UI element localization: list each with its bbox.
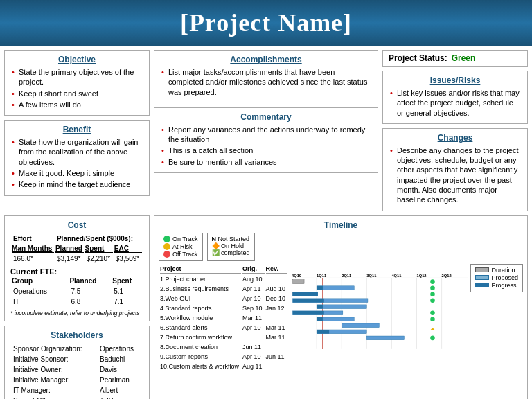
svg-rect-39 [366, 336, 404, 340]
project-name-5: 6.Standard alerts [160, 323, 241, 332]
gantt-svg: 4Q10 1Q11 2Q11 3Q11 4Q11 1Q12 2Q12 [292, 264, 468, 357]
accomplishments-panel: Accomplishments List major tasks/accompl… [154, 50, 378, 103]
changes-title: Changes [389, 133, 522, 143]
gantt-legend: Duration Proposed Progress [470, 264, 523, 292]
project-rev-6: Mar 11 [266, 333, 288, 342]
benefit-panel: Benefit State how the organization will … [4, 120, 150, 195]
cost-eac: $3,509* [114, 254, 142, 263]
fte-ops-spent: 5.1 [112, 287, 142, 296]
col-project: Project [160, 265, 241, 274]
commentary-list: Report any variances and the actions und… [160, 125, 372, 167]
project-name-6: 7.Return confirm workflow [160, 333, 241, 342]
svg-rect-37 [317, 330, 329, 334]
stakeholder-row-2: Initiative Owner: Davis [12, 365, 142, 374]
svg-text:2Q12: 2Q12 [442, 274, 452, 278]
project-orig-5: Apr 10 [242, 323, 265, 332]
fte-table: Group Planned Spent Operations 7.5 5.1 I… [10, 276, 143, 308]
stakeholder-row-3: Initiative Manager: Pearlman [12, 375, 142, 384]
commentary-panel: Commentary Report any variances and the … [154, 107, 378, 173]
duration-legend-item: Duration [475, 267, 518, 274]
cost-table: Effort Planned/Spent ($000s): Man Months… [10, 233, 143, 265]
fte-col-group: Group [12, 277, 68, 285]
track-legend: On Track At Risk Off Track [159, 233, 203, 261]
svg-point-40 [430, 335, 435, 340]
project-orig-8: Apr 10 [242, 353, 265, 361]
project-orig-2: Apr 10 [242, 294, 265, 303]
issues-risks-panel: Issues/Risks List key issues and/or risk… [382, 71, 528, 124]
project-rev-8: Jun 11 [266, 353, 288, 361]
fte-row-it: IT 6.8 7.1 [12, 297, 142, 306]
at-risk-dot [163, 243, 170, 250]
project-name-2: 3.Web GUI [160, 294, 241, 303]
changes-list: Describe any changes to the project obje… [389, 145, 522, 205]
project-rev-3: Jan 12 [266, 304, 288, 312]
project-orig-6 [242, 333, 265, 342]
project-row-1: 2.Business requirements Apr 11 Aug 10 [160, 285, 287, 293]
at-risk-label: At Risk [172, 243, 193, 250]
svg-point-16 [430, 279, 435, 284]
project-name-3: 4.Standard reports [160, 304, 241, 312]
accomplishments-item-1: List major tasks/accomplishments that ha… [160, 67, 372, 97]
stakeholder-val-5: TBD [98, 396, 142, 399]
svg-text:2Q11: 2Q11 [342, 274, 352, 278]
center-col: Accomplishments List major tasks/accompl… [154, 50, 378, 211]
col-planned: Planned [55, 245, 84, 253]
off-track-dot [163, 251, 170, 258]
commentary-item-2: This is a catch all section [160, 145, 372, 155]
benefit-list: State how the organization will gain fro… [10, 137, 143, 189]
project-row-4: 5.Workflow module Mar 11 [160, 314, 287, 322]
svg-marker-38 [430, 328, 435, 330]
fte-section: Current FTE: Group Planned Spent Operati… [10, 267, 143, 317]
svg-text:4Q11: 4Q11 [392, 274, 402, 278]
col-eac: EAC [114, 245, 142, 253]
stakeholder-label-5: Project Office: [12, 396, 97, 399]
project-row-6: 7.Return confirm workflow Mar 11 [160, 333, 287, 342]
project-orig-0: Aug 10 [242, 275, 265, 283]
fte-it-group: IT [12, 297, 68, 306]
left-col: Objective State the primary objectives o… [4, 50, 150, 211]
project-row-5: 6.Standard alerts Apr 10 Mar 11 [160, 323, 287, 332]
stakeholder-label-0: Sponsor Organization: [12, 344, 97, 353]
stakeholder-val-0: Operations [98, 344, 142, 353]
stakeholder-val-2: Davis [98, 365, 142, 374]
commentary-title: Commentary [160, 112, 372, 122]
project-orig-1: Apr 11 [242, 285, 265, 293]
stakeholder-row-5: Project Office: TBD [12, 396, 142, 399]
svg-rect-35 [342, 323, 379, 328]
project-orig-7: Jun 11 [242, 343, 265, 351]
svg-point-31 [430, 310, 435, 315]
project-rev-0 [266, 275, 288, 283]
stakeholder-val-3: Pearlman [98, 375, 142, 384]
svg-rect-22 [293, 292, 318, 296]
changes-item-1: Describe any changes to the project obje… [389, 145, 522, 205]
cost-planned: $3,149* [55, 254, 84, 263]
cost-title: Cost [10, 220, 143, 230]
stakeholder-label-3: Initiative Manager: [12, 375, 97, 384]
cost-note: * incomplete estimate, refer to underlyi… [10, 310, 143, 317]
project-name-0: 1.Project charter [160, 275, 241, 283]
svg-rect-18 [317, 285, 323, 290]
fte-ops-planned: 7.5 [69, 287, 111, 296]
timeline-panel: Timeline On Track At Risk Off Track N No… [154, 215, 528, 399]
started-legend: N Not Started 🔶 On Hold ✅ completed [207, 233, 255, 261]
fte-title: Current FTE: [10, 267, 143, 276]
commentary-item-1: Report any variances and the actions und… [160, 125, 372, 145]
project-status-value: Green [452, 53, 476, 63]
svg-rect-28 [317, 305, 323, 309]
stakeholder-label-4: IT Manager: [12, 386, 97, 395]
issues-risks-list: List key issues and/or risks that may af… [389, 88, 522, 118]
progress-bar [475, 283, 489, 287]
accomplishments-title: Accomplishments [160, 55, 372, 64]
not-started-item: N Not Started [212, 236, 250, 242]
on-track-label: On Track [172, 236, 198, 242]
svg-point-34 [430, 317, 435, 321]
fte-row-ops: Operations 7.5 5.1 [12, 287, 142, 296]
stakeholder-row-4: IT Manager: Albert [12, 386, 142, 395]
project-row-0: 1.Project charter Aug 10 [160, 275, 287, 283]
proposed-legend-item: Proposed [475, 274, 518, 281]
project-rev-5: Mar 11 [266, 323, 288, 332]
svg-point-26 [430, 298, 435, 303]
project-list: Project Orig. Rev. 1.Project charter Aug… [159, 264, 289, 372]
svg-rect-33 [317, 317, 323, 321]
svg-text:3Q11: 3Q11 [366, 274, 377, 278]
